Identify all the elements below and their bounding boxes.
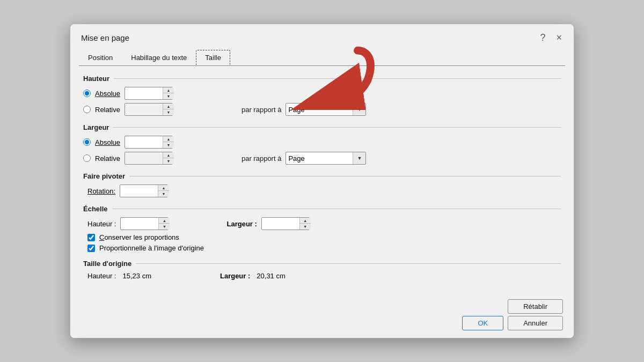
hauteur-relative-row: Relative ▲ ▼ par rapport à Page Marge Bo…	[83, 103, 561, 116]
rotation-row: Rotation: 90° ▲ ▼	[83, 184, 561, 197]
section-rotation-line	[129, 176, 561, 176]
echelle-largeur-down[interactable]: ▼	[300, 224, 311, 230]
largeur-par-rapport-select-wrap[interactable]: Page Marge Bord supérieur ▼	[286, 152, 366, 165]
section-hauteur-line	[114, 78, 561, 79]
hauteur-relative-up[interactable]: ▲	[163, 104, 174, 109]
echelle-largeur-label: Largeur :	[226, 220, 257, 228]
echelle-hauteur-down[interactable]: ▼	[159, 224, 170, 230]
rotation-down[interactable]: ▼	[158, 191, 169, 197]
largeur-absolue-down[interactable]: ▼	[163, 142, 174, 148]
largeur-relative-radio[interactable]	[83, 154, 91, 162]
taille-origine-hauteur-label: Hauteur :	[87, 272, 116, 280]
section-taille-origine-line	[136, 263, 561, 264]
echelle-hauteur-spinner-btns: ▲ ▼	[158, 218, 170, 230]
largeur-absolue-spinner-btns: ▲ ▼	[163, 136, 174, 148]
rotation-input[interactable]: 90°	[120, 185, 158, 197]
rotation-up[interactable]: ▲	[158, 185, 169, 191]
echelle-values-row: Hauteur : 105 % ▲ ▼ Largeur : 105 % ▲ ▼	[83, 217, 561, 230]
taille-origine-largeur-label: Largeur :	[220, 272, 250, 280]
hauteur-absolue-radio[interactable]	[83, 90, 91, 97]
tabs-container: Position Habillage du texte Taille	[70, 46, 574, 65]
proportionnelle-origine-checkbox[interactable]	[87, 245, 95, 252]
ok-button[interactable]: OK	[462, 316, 503, 330]
dialog-title: Mise en page	[81, 33, 129, 42]
largeur-relative-label[interactable]: Relative	[95, 154, 120, 162]
echelle-largeur-input[interactable]: 105 %	[262, 218, 299, 230]
echelle-hauteur-up[interactable]: ▲	[159, 218, 170, 224]
section-rotation-header: Faire pivoter	[83, 172, 561, 180]
hauteur-absolue-row: Absolue 16 cm ▲ ▼	[83, 87, 561, 100]
hauteur-absolue-input[interactable]: 16 cm	[125, 87, 163, 99]
retablir-button[interactable]: Rétablir	[508, 299, 563, 314]
hauteur-relative-input[interactable]	[125, 104, 163, 115]
section-largeur-header: Largeur	[83, 123, 561, 131]
section-echelle-line	[112, 209, 561, 209]
hauteur-par-rapport-arrow[interactable]: ▼	[353, 104, 365, 115]
tab-position[interactable]: Position	[79, 50, 122, 65]
hauteur-relative-spinner[interactable]: ▲ ▼	[125, 103, 173, 116]
largeur-absolue-row: Absolue 21,34 cm ▲ ▼	[83, 136, 561, 149]
section-largeur-line	[113, 127, 561, 128]
conserver-proportions-text: Conserver les proportions	[99, 233, 179, 241]
largeur-absolue-label[interactable]: Absolue	[95, 138, 120, 146]
tab-taille[interactable]: Taille	[196, 50, 230, 65]
largeur-relative-row: Relative ▲ ▼ par rapport à Page Marge Bo…	[83, 152, 561, 165]
largeur-absolue-up[interactable]: ▲	[163, 136, 174, 142]
echelle-hauteur-input[interactable]: 105 %	[121, 218, 158, 230]
hauteur-absolue-label[interactable]: Absolue	[95, 90, 120, 98]
tab-habillage[interactable]: Habillage du texte	[122, 50, 196, 65]
hauteur-absolue-down[interactable]: ▼	[163, 93, 174, 99]
largeur-par-rapport-select[interactable]: Page Marge Bord supérieur	[286, 152, 353, 164]
echelle-largeur-spinner[interactable]: 105 % ▲ ▼	[261, 217, 310, 230]
largeur-absolue-radio[interactable]	[83, 138, 91, 146]
taille-origine-largeur-value: 20,31 cm	[257, 272, 285, 280]
annuler-button[interactable]: Annuler	[508, 316, 563, 330]
largeur-relative-up[interactable]: ▲	[163, 152, 174, 158]
section-taille-origine-header: Taille d'origine	[83, 260, 561, 268]
proportionnelle-origine-label[interactable]: Proportionnelle à l'image d'origine	[99, 244, 204, 252]
hauteur-absolue-spinner[interactable]: 16 cm ▲ ▼	[125, 87, 173, 100]
section-largeur-title: Largeur	[83, 123, 109, 131]
largeur-absolue-input[interactable]: 21,34 cm	[125, 136, 163, 148]
section-echelle: Échelle Hauteur : 105 % ▲ ▼ Largeur : 10…	[83, 205, 561, 252]
largeur-absolue-spinner[interactable]: 21,34 cm ▲ ▼	[125, 136, 173, 149]
largeur-relative-down[interactable]: ▼	[163, 158, 174, 164]
section-rotation-title: Faire pivoter	[83, 172, 125, 180]
footer-buttons: Rétablir	[508, 299, 563, 314]
largeur-relative-input[interactable]	[125, 152, 163, 164]
hauteur-par-rapport-select[interactable]: Page Marge Bord supérieur	[286, 104, 353, 115]
echelle-hauteur-label: Hauteur :	[87, 220, 116, 228]
section-hauteur: Hauteur Absolue 16 cm ▲ ▼ Relative	[83, 75, 561, 116]
echelle-largeur-up[interactable]: ▲	[300, 218, 311, 224]
dialog-ok-cancel: OK Annuler	[70, 316, 574, 338]
proportionnelle-origine-text: Proportionnelle à l'image d'origine	[99, 244, 204, 252]
echelle-hauteur-spinner[interactable]: 105 % ▲ ▼	[120, 217, 169, 230]
hauteur-absolue-up[interactable]: ▲	[163, 87, 174, 93]
echelle-checkbox1-row: Conserver les proportions	[87, 233, 561, 241]
taille-origine-row: Hauteur : 15,23 cm Largeur : 20,31 cm	[83, 272, 561, 280]
section-rotation: Faire pivoter Rotation: 90° ▲ ▼	[83, 172, 561, 197]
section-taille-origine: Taille d'origine Hauteur : 15,23 cm Larg…	[83, 260, 561, 280]
hauteur-relative-down[interactable]: ▼	[163, 109, 174, 115]
hauteur-relative-radio[interactable]	[83, 106, 91, 113]
title-bar: Mise en page ? ×	[70, 24, 574, 43]
conserver-proportions-checkbox[interactable]	[87, 234, 95, 241]
section-hauteur-header: Hauteur	[83, 75, 561, 83]
hauteur-relative-label[interactable]: Relative	[95, 106, 120, 114]
section-taille-origine-title: Taille d'origine	[83, 260, 131, 268]
conserver-proportions-label[interactable]: Conserver les proportions	[99, 233, 179, 241]
section-echelle-title: Échelle	[83, 205, 108, 213]
hauteur-par-rapport-select-wrap[interactable]: Page Marge Bord supérieur ▼	[286, 103, 366, 116]
close-button[interactable]: ×	[553, 32, 565, 43]
echelle-checkbox2-row: Proportionnelle à l'image d'origine	[87, 244, 561, 252]
hauteur-absolue-spinner-btns: ▲ ▼	[163, 87, 174, 99]
echelle-largeur-spinner-btns: ▲ ▼	[299, 218, 311, 230]
rotation-spinner[interactable]: 90° ▲ ▼	[120, 184, 168, 197]
hauteur-relative-spinner-btns: ▲ ▼	[163, 104, 174, 115]
help-button[interactable]: ?	[537, 32, 548, 43]
section-largeur: Largeur Absolue 21,34 cm ▲ ▼ Relative	[83, 123, 561, 165]
largeur-par-rapport-arrow[interactable]: ▼	[353, 152, 365, 164]
section-echelle-header: Échelle	[83, 205, 561, 213]
tab-divider	[79, 65, 565, 66]
largeur-relative-spinner[interactable]: ▲ ▼	[125, 152, 173, 165]
